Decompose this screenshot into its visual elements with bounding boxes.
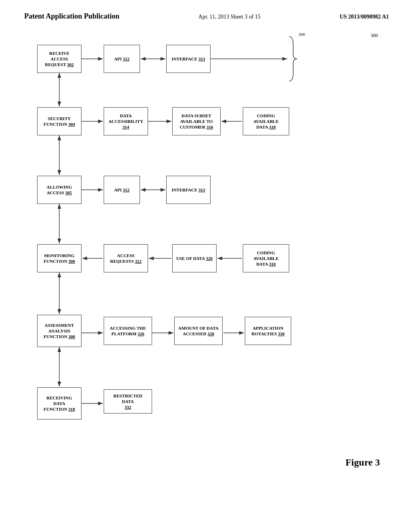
box-application-royalties: APPLICATIONROYALTIES 330 — [245, 317, 291, 345]
box-use-of-data: USE OF DATA 320 — [172, 244, 217, 272]
box-allowing-access: ALLOWINGACCESS 305 — [37, 176, 81, 204]
box-api-312-row3: API 312 — [104, 176, 140, 204]
flowchart-diagram: 300 RECEIVEACCESSREQUEST 302 API 312 INT… — [33, 33, 380, 476]
patent-number: US 2013/0090982 A1 — [340, 14, 389, 20]
page-header: Patent Application Publication Apr. 11, … — [0, 0, 413, 25]
box-data-subset: DATA SUBSETAVAILABLE TOCUSTOMER 316 — [172, 107, 221, 135]
box-security-function: SECURITYFUNCTION 304 — [37, 107, 81, 135]
box-accessing-platform: ACCESSING THEPLATFORM 326 — [104, 317, 152, 345]
ref-300-label: 300 — [371, 33, 378, 39]
svg-text:300: 300 — [298, 33, 305, 37]
publication-title: Patent Application Publication — [24, 12, 119, 21]
box-api-312-row1: API 312 — [104, 45, 140, 73]
box-monitoring-function: MONITORINGFUNCTION 306 — [37, 244, 81, 272]
box-receive-access: RECEIVEACCESSREQUEST 302 — [37, 45, 81, 73]
box-receiving-data: RECEIVINGDATAFUNCTION 310 — [37, 387, 81, 420]
box-restricted-data: RESTRICTED DATA332 — [104, 389, 152, 414]
box-coding-available-row2: CODING AVAILABLEDATA 318 — [243, 107, 289, 135]
box-interface-313-row3: INTERFACE 313 — [166, 176, 211, 204]
box-amount-of-data: AMOUNT OF DATAACCESSED 328 — [174, 317, 223, 345]
box-assessment-analysis: ASSESSMENTANALYSISFUNCTION 308 — [37, 315, 81, 347]
box-interface-313-row1: INTERFACE 313 — [166, 45, 211, 73]
diagram-area: 300 RECEIVEACCESSREQUEST 302 API 312 INT… — [0, 25, 413, 484]
box-coding-available-row4: CODING AVAILABLEDATA 318 — [243, 244, 289, 272]
box-data-accessibility: DATAACCESSIBILITY 314 — [104, 107, 148, 135]
date-sheet: Apr. 11, 2013 Sheet 3 of 15 — [198, 14, 261, 20]
box-access-requests: ACCESSREQUESTS 322 — [104, 244, 148, 272]
figure-label: Figure 3 — [345, 457, 380, 468]
